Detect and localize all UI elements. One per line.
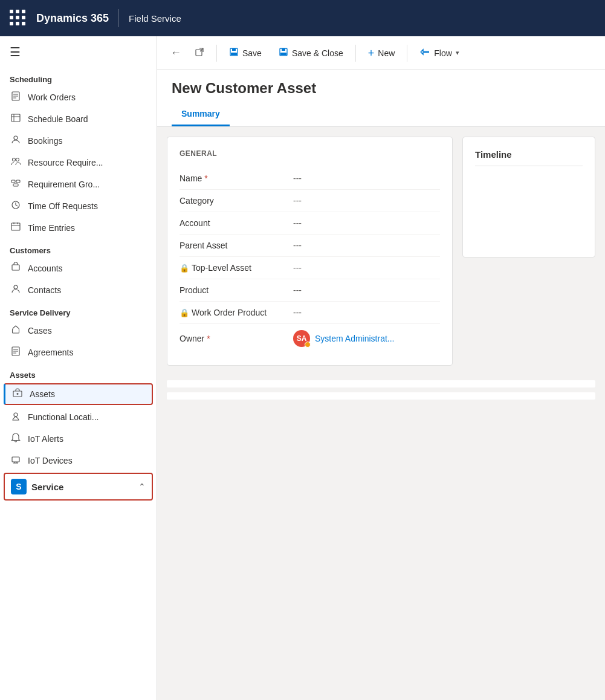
form-row-work-order-product: 🔒 Work Order Product --- <box>180 302 440 324</box>
sidebar-item-bookings[interactable]: Bookings <box>0 130 157 152</box>
sidebar-item-accounts[interactable]: Accounts <box>0 258 157 279</box>
spacer-bar-1 <box>167 380 595 387</box>
functional-locations-icon <box>10 411 22 423</box>
flow-button[interactable]: Flow ▾ <box>412 44 467 62</box>
svg-rect-4 <box>11 114 20 122</box>
time-off-requests-icon <box>10 200 22 212</box>
sidebar-item-time-entries[interactable]: Time Entries <box>0 217 157 239</box>
save-close-icon <box>279 47 288 59</box>
back-button[interactable]: ← <box>167 43 185 63</box>
agreements-icon <box>10 346 22 358</box>
label-name: Name * <box>180 173 288 183</box>
external-link-icon <box>195 47 204 59</box>
svg-rect-34 <box>232 48 236 51</box>
sidebar-item-cases[interactable]: Cases <box>0 320 157 342</box>
value-account[interactable]: --- <box>293 218 302 228</box>
app-name: Dynamics 365 <box>36 12 109 25</box>
page-content: New Customer Asset Summary GENERAL Name … <box>157 70 605 700</box>
sidebar-label-contacts: Contacts <box>28 285 61 295</box>
requirement-groups-icon <box>10 178 22 190</box>
app-launcher-icon[interactable] <box>10 10 27 27</box>
tab-summary[interactable]: Summary <box>172 104 230 126</box>
toolbar-divider-3 <box>407 45 407 62</box>
time-entries-icon <box>10 222 22 234</box>
sidebar-item-iot-devices[interactable]: IoT Devices <box>0 450 157 472</box>
value-name[interactable]: --- <box>293 173 302 183</box>
lock-icon-top-level: 🔒 <box>180 264 189 273</box>
iot-devices-icon <box>10 455 22 467</box>
sidebar-label-assets: Assets <box>30 389 55 399</box>
sidebar-item-requirement-groups[interactable]: Requirement Gro... <box>0 173 157 195</box>
required-star-owner: * <box>207 334 210 343</box>
page-header: New Customer Asset Summary <box>157 70 605 127</box>
lock-icon-work-order: 🔒 <box>180 308 189 317</box>
save-label: Save <box>242 48 262 58</box>
svg-point-7 <box>14 136 18 140</box>
svg-rect-10 <box>11 180 15 183</box>
sidebar-label-requirement-groups: Requirement Gro... <box>28 180 100 189</box>
save-button[interactable]: Save <box>222 44 269 62</box>
value-category[interactable]: --- <box>293 196 302 206</box>
svg-point-26 <box>14 413 18 416</box>
service-label: Service <box>31 482 134 492</box>
sidebar-item-schedule-board[interactable]: Schedule Board <box>0 108 157 130</box>
sidebar-item-contacts[interactable]: Contacts <box>0 279 157 301</box>
resource-requirements-icon <box>10 157 22 169</box>
sidebar-label-iot-devices: IoT Devices <box>28 456 73 465</box>
sidebar-item-time-off-requests[interactable]: Time Off Requests <box>0 195 157 217</box>
timeline-title: Timeline <box>475 149 583 166</box>
schedule-board-icon <box>10 113 22 125</box>
svg-rect-11 <box>16 180 20 183</box>
contacts-icon <box>10 284 22 296</box>
label-parent-asset: Parent Asset <box>180 241 288 250</box>
label-owner: Owner * <box>180 334 288 343</box>
svg-point-9 <box>16 158 19 161</box>
service-bottom-item[interactable]: S Service ⌃ <box>4 473 153 501</box>
form-row-category: Category --- <box>180 190 440 212</box>
label-top-level-asset: 🔒 Top-Level Asset <box>180 263 288 273</box>
svg-rect-18 <box>12 265 19 270</box>
new-button[interactable]: + New <box>361 44 403 62</box>
sidebar-item-iot-alerts[interactable]: IoT Alerts <box>0 428 157 450</box>
sidebar-label-time-entries: Time Entries <box>28 223 75 233</box>
form-row-parent-asset: Parent Asset --- <box>180 235 440 257</box>
form-row-name: Name * --- <box>180 167 440 190</box>
chevron-icon: ⌃ <box>138 482 146 491</box>
sidebar-label-work-orders: Work Orders <box>28 92 76 102</box>
sidebar-item-work-orders[interactable]: Work Orders <box>0 86 157 108</box>
accounts-icon <box>10 262 22 274</box>
top-bar-divider <box>118 9 119 27</box>
external-link-button[interactable] <box>187 44 212 62</box>
sidebar-label-functional-locations: Functional Locati... <box>28 412 99 422</box>
sidebar-item-agreements[interactable]: Agreements <box>0 342 157 363</box>
sidebar-label-iot-alerts: IoT Alerts <box>28 434 63 444</box>
page-title: New Customer Asset <box>172 80 590 104</box>
top-bar: Dynamics 365 Field Service <box>0 0 605 36</box>
svg-point-8 <box>13 158 16 161</box>
form-row-owner: Owner * SA System Administrat... <box>180 324 440 353</box>
hamburger-menu[interactable]: ☰ <box>0 36 157 68</box>
form-row-account: Account --- <box>180 212 440 235</box>
bookings-icon <box>10 135 22 147</box>
value-owner[interactable]: System Administrat... <box>315 334 394 343</box>
svg-rect-12 <box>13 184 18 186</box>
svg-rect-35 <box>231 53 237 55</box>
value-parent-asset[interactable]: --- <box>293 241 302 250</box>
sidebar-label-resource-requirements: Resource Require... <box>28 158 103 167</box>
label-category: Category <box>180 196 288 206</box>
sidebar: ☰ Scheduling Work Orders Schedule Board … <box>0 36 157 700</box>
svg-point-19 <box>14 285 18 289</box>
new-icon: + <box>368 48 375 59</box>
svg-point-25 <box>17 393 19 395</box>
sidebar-item-resource-requirements[interactable]: Resource Require... <box>0 152 157 173</box>
save-close-button[interactable]: Save & Close <box>271 44 351 62</box>
sidebar-item-functional-locations[interactable]: Functional Locati... <box>0 406 157 428</box>
sidebar-item-assets[interactable]: Assets <box>4 383 153 405</box>
flow-icon <box>419 47 430 59</box>
owner-avatar: SA <box>293 330 310 347</box>
new-label: New <box>378 48 395 58</box>
label-account: Account <box>180 218 288 228</box>
section-customers: Customers <box>0 239 157 258</box>
form-area: GENERAL Name * --- Category --- <box>157 127 605 375</box>
value-product[interactable]: --- <box>293 285 302 295</box>
